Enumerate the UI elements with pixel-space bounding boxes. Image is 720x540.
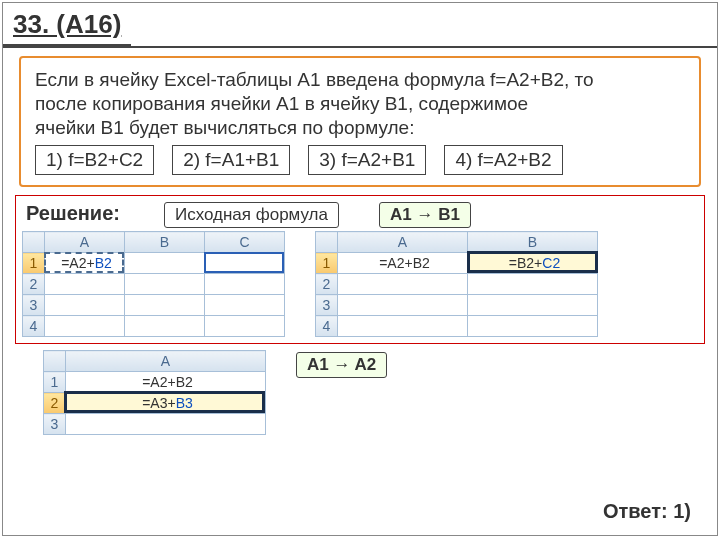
task-line-3: ячейки В1 будет вычисляться по формуле: — [35, 116, 685, 140]
excel-table-bottom: A 1 =A2+B2 2 =A3+B3 3 — [43, 350, 266, 435]
page-container: 33. (А16) Если в ячейку Excel-таблицы А1… — [2, 2, 718, 536]
row-3-header: 3 — [23, 295, 45, 316]
option-4: 4) f=A2+B2 — [444, 145, 562, 175]
row-2-header: 2 — [44, 393, 66, 414]
callout-a1-to-b1: A1 → B1 — [379, 202, 471, 228]
row-3-header: 3 — [316, 295, 338, 316]
col-a-header: A — [45, 232, 125, 253]
task-line-1: Если в ячейку Excel-таблицы А1 введена ф… — [35, 68, 685, 92]
cell-a1: =A2+B2 — [66, 372, 266, 393]
row-1-header: 1 — [23, 253, 45, 274]
row-2-header: 2 — [316, 274, 338, 295]
task-text-box: Если в ячейку Excel-таблицы А1 введена ф… — [19, 56, 701, 187]
tables-row: A B C 1 =A2+B2 2 3 4 — [22, 231, 698, 337]
col-b-header: B — [125, 232, 205, 253]
title-underline — [3, 46, 717, 48]
option-1: 1) f=B2+C2 — [35, 145, 154, 175]
solution-region: Решение: Исходная формула A1 → B1 A B C — [15, 195, 705, 344]
col-b-header: B — [468, 232, 598, 253]
a1-text: A1 — [390, 205, 412, 224]
options-row: 1) f=B2+C2 2) f=A1+B1 3) f=A2+B1 4) f=A2… — [35, 145, 685, 175]
task-line-2: после копирования ячейки А1 в ячейку В1,… — [35, 92, 685, 116]
row-2-header: 2 — [23, 274, 45, 295]
cell-b1-empty — [125, 253, 205, 274]
option-3: 3) f=A2+B1 — [308, 145, 426, 175]
cell-b1: =B2+C2 — [468, 253, 598, 274]
question-title: 33. (А16) — [3, 3, 131, 46]
option-2: 2) f=A1+B1 — [172, 145, 290, 175]
callout-source-formula: Исходная формула — [164, 202, 339, 228]
a2-text: A2 — [355, 355, 377, 374]
corner-cell — [316, 232, 338, 253]
col-c-header: C — [205, 232, 285, 253]
row-1-header: 1 — [44, 372, 66, 393]
excel-table-left: A B C 1 =A2+B2 2 3 4 — [22, 231, 285, 337]
cell-a1: =A2+B2 — [45, 253, 125, 274]
callout-a1-to-a2: A1 → A2 — [296, 352, 387, 378]
arrow-icon: → — [333, 355, 350, 374]
cell-a2: =A3+B3 — [66, 393, 266, 414]
bottom-row: A 1 =A2+B2 2 =A3+B3 3 A1 → A2 — [15, 350, 705, 435]
row-1-header: 1 — [316, 253, 338, 274]
row-3-header: 3 — [44, 414, 66, 435]
b1-text: B1 — [438, 205, 460, 224]
row-4-header: 4 — [23, 316, 45, 337]
cell-a1: =A2+B2 — [338, 253, 468, 274]
col-a-header: A — [66, 351, 266, 372]
a1-text: A1 — [307, 355, 329, 374]
answer-label: Ответ: 1) — [603, 500, 691, 523]
corner-cell — [44, 351, 66, 372]
cell-c1-empty — [205, 253, 285, 274]
arrow-icon: → — [416, 205, 433, 224]
col-a-header: A — [338, 232, 468, 253]
solution-label: Решение: — [26, 202, 120, 225]
excel-table-right: A B 1 =A2+B2 =B2+C2 2 3 4 — [315, 231, 598, 337]
row-4-header: 4 — [316, 316, 338, 337]
corner-cell — [23, 232, 45, 253]
